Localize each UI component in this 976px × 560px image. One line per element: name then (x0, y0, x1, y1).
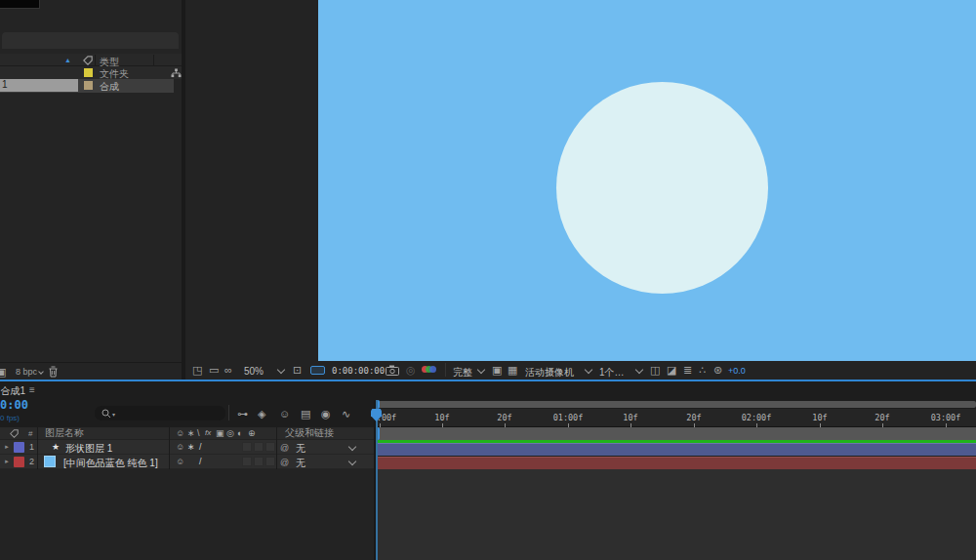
ruler-label: 20f (497, 413, 511, 422)
composition-type-label: 合成 (100, 80, 119, 94)
pixel-aspect-correction-icon[interactable]: ◫ (650, 365, 660, 376)
quality-toggle-icon[interactable]: / (199, 443, 202, 452)
stereo-glasses-icon[interactable]: ∞ (224, 365, 232, 376)
grid-guides-icon[interactable]: ⊡ (293, 365, 302, 376)
exposure-value[interactable]: +0.0 (728, 366, 746, 376)
ruler-label: 01:00f (553, 413, 584, 422)
parent-chevron-icon[interactable] (348, 458, 356, 465)
layer-row-solid[interactable]: ► 2 [中间色品蓝色 纯色 1] ☺ / @ 无 (0, 455, 374, 469)
label-tag-icon[interactable] (10, 429, 19, 438)
parent-dropdown[interactable]: 无 (296, 442, 305, 456)
parent-pickwhip-icon[interactable]: @ (280, 458, 289, 467)
project-format-icon[interactable]: ▣ (0, 367, 6, 378)
magnification-dropdown[interactable]: 50% (244, 366, 264, 377)
switch-cell[interactable] (254, 457, 264, 466)
camera-view-dropdown[interactable]: 活动摄像机 (525, 366, 574, 380)
composition-name-edit-field[interactable]: 1 (0, 79, 78, 92)
shy-toggle-icon[interactable]: ☺ (176, 458, 184, 466)
frame-blend-column-icon[interactable]: ▣ (216, 429, 224, 438)
project-search-bar[interactable] (2, 32, 179, 49)
transparency-grid-icon[interactable]: ▦ (508, 365, 517, 376)
flowchart-button-icon[interactable]: ∴ (699, 365, 706, 376)
effects-column-icon[interactable]: fx (205, 429, 211, 437)
collapse-column-icon[interactable]: ∗ (187, 429, 195, 438)
camera-view-chevron-icon[interactable] (585, 366, 592, 374)
motion-blur-column-icon[interactable]: ◎ (226, 429, 234, 438)
panel-menu-icon[interactable]: ≡ (29, 384, 35, 395)
switch-cell[interactable] (265, 442, 275, 452)
show-snapshot-icon[interactable]: ◎ (406, 365, 416, 376)
parent-pickwhip-icon[interactable]: @ (280, 443, 289, 453)
timeline-button-icon[interactable]: ≣ (683, 365, 692, 376)
graph-editor-icon[interactable]: ∿ (342, 409, 350, 420)
quality-column-icon[interactable]: \ (197, 429, 200, 438)
motion-blur-icon[interactable]: ◉ (321, 409, 331, 420)
draft-3d-icon[interactable]: ◈ (258, 409, 265, 420)
composition-label-swatch[interactable] (84, 81, 93, 90)
expand-arrow-icon[interactable]: ► (4, 444, 10, 450)
view-layout-dropdown[interactable]: 1个… (599, 366, 625, 380)
parent-chevron-icon[interactable] (348, 443, 356, 451)
adjustment-column-icon[interactable]: ◐ (237, 429, 242, 438)
sort-ascending-icon[interactable]: ▲ (64, 57, 71, 63)
shy-toggle-icon[interactable]: ☺ (176, 443, 184, 452)
3d-column-icon[interactable]: ⊕ (248, 429, 256, 438)
frame-blending-icon[interactable]: ▤ (301, 409, 310, 420)
layer-name[interactable]: [中间色品蓝色 纯色 1] (63, 457, 158, 470)
shape-layer-star-icon: ★ (52, 442, 60, 452)
composition-canvas[interactable] (318, 0, 976, 361)
parent-link-column[interactable]: 父级和链接 (285, 428, 334, 438)
reset-exposure-icon[interactable]: ⊛ (713, 365, 722, 376)
parent-dropdown[interactable]: 无 (296, 457, 305, 470)
layer-bar-shape[interactable] (378, 443, 976, 456)
main-view-monitor-icon[interactable]: ▭ (209, 365, 219, 376)
switch-cell[interactable] (242, 442, 252, 452)
channel-settings-icon[interactable] (422, 365, 437, 375)
current-timecode-display[interactable]: 0:00:00:00 (0, 398, 28, 413)
project-footer: ▣ 8 bpc (0, 362, 182, 380)
viewer-timecode[interactable]: 0:00:00:00 (332, 366, 385, 376)
snapshot-camera-icon[interactable] (386, 365, 399, 376)
layer-name[interactable]: 形状图层 1 (65, 442, 112, 456)
switch-cell[interactable] (265, 457, 275, 466)
layer-bar-solid[interactable] (378, 457, 976, 469)
folder-label-swatch[interactable] (84, 68, 93, 77)
switch-cell[interactable] (254, 442, 264, 452)
ruler-label: 20f (874, 413, 889, 422)
mask-visibility-toggle-icon[interactable] (310, 366, 325, 375)
collapse-toggle-icon[interactable]: ∗ (187, 443, 195, 452)
project-column-header[interactable]: ▲ 类型 (0, 54, 182, 66)
region-of-interest-icon[interactable]: ▣ (492, 365, 502, 376)
work-area-bar[interactable] (376, 427, 976, 440)
trash-icon[interactable] (48, 366, 59, 378)
time-ruler[interactable]: :00f 10f 20f 01:00f 10f 20f 02:00f 10f 2… (374, 409, 976, 427)
label-tag-icon[interactable] (83, 56, 93, 65)
layer-row-shape[interactable]: ► 1 ★ 形状图层 1 ☺ ∗ / @ 无 (0, 440, 374, 455)
shy-column-icon[interactable]: ☺ (176, 429, 184, 438)
resolution-dropdown[interactable]: 完整 (453, 366, 472, 380)
layer-name-column[interactable]: 图层名称 (45, 428, 84, 438)
switch-cell[interactable] (242, 457, 252, 466)
view-layout-chevron-icon[interactable] (635, 366, 643, 374)
fast-previews-icon[interactable]: ◪ (667, 365, 676, 376)
mini-flowchart-icon[interactable]: ⊶ (237, 409, 248, 420)
project-row-composition[interactable]: 1 合成 (0, 79, 174, 93)
layer-list-empty-area (0, 469, 374, 560)
always-preview-icon[interactable]: ◳ (192, 365, 202, 376)
layer-number-column[interactable]: # (28, 429, 32, 438)
layer-label-swatch[interactable] (14, 457, 24, 467)
hide-shy-layers-icon[interactable]: ☺ (279, 409, 290, 420)
timeline-tab[interactable]: 合成1 (0, 381, 29, 397)
time-navigator-bar[interactable] (378, 401, 976, 408)
bit-depth-label[interactable]: 8 bpc (16, 367, 37, 377)
quality-toggle-icon[interactable]: / (199, 458, 202, 466)
project-row-folder[interactable]: 文件夹 (0, 66, 182, 79)
expand-arrow-icon[interactable]: ► (4, 459, 10, 464)
resolution-chevron-icon[interactable] (477, 366, 485, 374)
layer-search-box[interactable]: ▾ (95, 406, 225, 420)
magnification-chevron-icon[interactable] (277, 366, 285, 374)
search-options-caret-icon[interactable]: ▾ (112, 411, 115, 418)
layer-label-swatch[interactable] (14, 442, 24, 453)
bit-depth-chevron-icon[interactable] (38, 369, 44, 375)
playhead-line[interactable] (376, 400, 378, 560)
